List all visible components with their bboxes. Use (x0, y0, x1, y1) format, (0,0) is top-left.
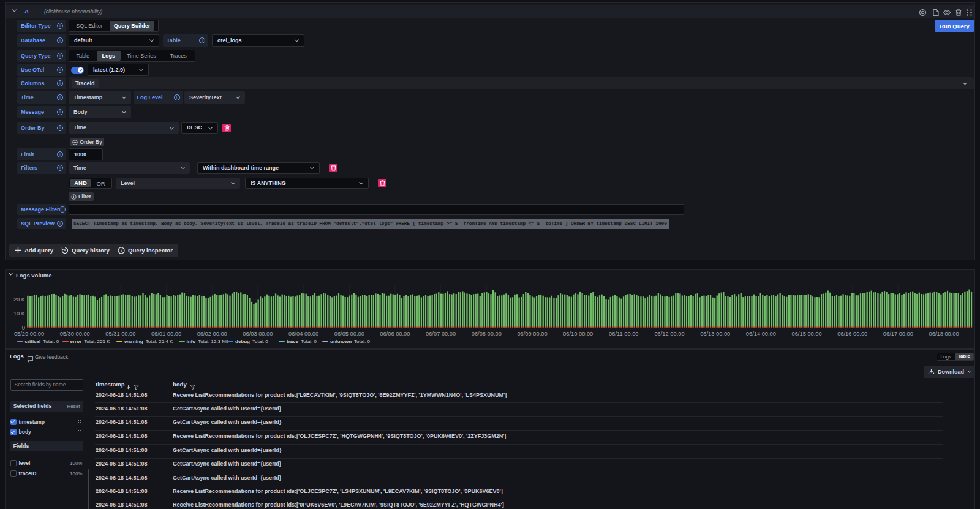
svg-text:06/15 00:00: 06/15 00:00 (792, 331, 822, 337)
svg-text:10 K: 10 K (13, 311, 26, 317)
svg-text:06/01 00:00: 06/01 00:00 (151, 331, 181, 337)
svg-text:06/13 00:00: 06/13 00:00 (700, 331, 730, 337)
svg-text:06/05 00:00: 06/05 00:00 (334, 331, 364, 337)
svg-text:06/06 00:00: 06/06 00:00 (380, 331, 410, 337)
svg-text:06/09 00:00: 06/09 00:00 (517, 331, 547, 337)
svg-text:06/07 00:00: 06/07 00:00 (426, 331, 456, 337)
svg-text:06/16 00:00: 06/16 00:00 (837, 331, 867, 337)
svg-text:06/18 00:00: 06/18 00:00 (929, 331, 959, 337)
svg-text:05/29 00:00: 05/29 00:00 (14, 331, 44, 337)
svg-text:06/10 00:00: 06/10 00:00 (563, 331, 593, 337)
svg-text:06/12 00:00: 06/12 00:00 (654, 331, 684, 337)
svg-text:06/17 00:00: 06/17 00:00 (883, 331, 913, 337)
svg-text:06/03 00:00: 06/03 00:00 (243, 331, 273, 337)
svg-text:05/31 00:00: 05/31 00:00 (105, 331, 135, 337)
svg-text:06/04 00:00: 06/04 00:00 (288, 331, 318, 337)
svg-text:05/30 00:00: 05/30 00:00 (60, 331, 90, 337)
svg-text:06/02 00:00: 06/02 00:00 (197, 331, 227, 337)
svg-text:0: 0 (22, 325, 25, 331)
svg-text:20 K: 20 K (13, 296, 26, 303)
svg-text:06/08 00:00: 06/08 00:00 (472, 331, 502, 337)
svg-text:06/14 00:00: 06/14 00:00 (746, 331, 776, 337)
svg-text:06/11 00:00: 06/11 00:00 (609, 331, 638, 337)
